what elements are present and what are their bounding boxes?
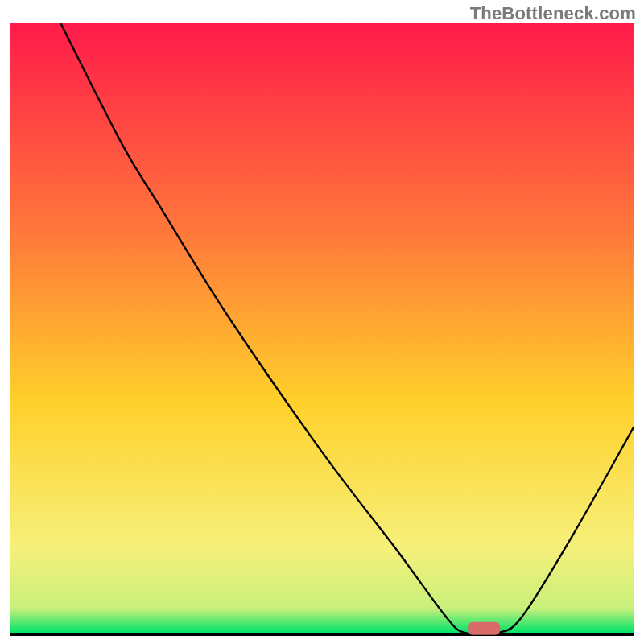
gradient-background <box>10 23 634 633</box>
chart-canvas: TheBottleneck.com <box>0 0 644 644</box>
watermark-text: TheBottleneck.com <box>470 3 636 24</box>
plot-area <box>10 23 634 636</box>
optimal-point-marker <box>468 622 500 635</box>
